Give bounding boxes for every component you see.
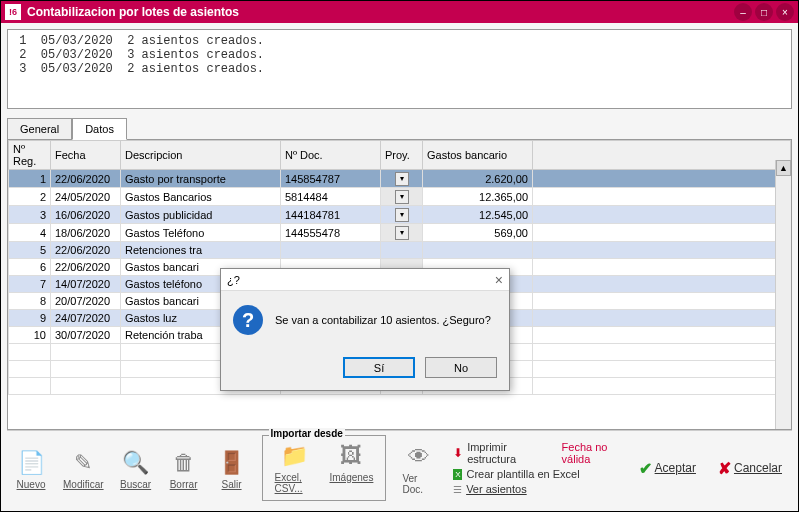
- xls-icon: X: [453, 469, 462, 480]
- col-proy[interactable]: Proy.: [381, 141, 423, 170]
- dialog-no-button[interactable]: No: [425, 357, 497, 378]
- minimize-button[interactable]: –: [734, 3, 752, 21]
- cell-fecha[interactable]: 14/07/2020: [51, 276, 121, 293]
- right-links: ⬇ Imprimir estructura Fecha no válida X …: [453, 441, 626, 495]
- chevron-down-icon[interactable]: ▾: [395, 208, 409, 222]
- cell-proy[interactable]: ▾: [381, 206, 423, 224]
- cell-ndoc[interactable]: 144555478: [281, 224, 381, 242]
- cell-blank: [533, 310, 791, 327]
- cell-nreg[interactable]: 6: [9, 259, 51, 276]
- ver-asientos-label: Ver asientos: [466, 483, 527, 495]
- nuevo-button[interactable]: 📄 Nuevo: [9, 445, 53, 492]
- eye-icon: 👁: [403, 441, 435, 473]
- cell-nreg[interactable]: 7: [9, 276, 51, 293]
- import-group: Importar desde 📁 Excel, CSV... 🖼 Imágene…: [262, 435, 387, 501]
- cell-gastos[interactable]: [423, 242, 533, 259]
- cell-nreg[interactable]: 4: [9, 224, 51, 242]
- import-images-button[interactable]: 🖼 Imágenes: [323, 438, 379, 496]
- aceptar-button[interactable]: ✔ Aceptar: [631, 455, 704, 482]
- cell-gastos[interactable]: 12.545,00: [423, 206, 533, 224]
- imprimir-link[interactable]: ⬇ Imprimir estructura: [453, 441, 541, 465]
- borrar-button[interactable]: 🗑 Borrar: [162, 445, 206, 492]
- tab-datos[interactable]: Datos: [72, 118, 127, 140]
- cell-blank: [533, 170, 791, 188]
- col-nreg[interactable]: Nº Reg.: [9, 141, 51, 170]
- dialog-yes-button[interactable]: Sí: [343, 357, 415, 378]
- cell-descripcion[interactable]: Gastos Teléfono: [121, 224, 281, 242]
- cell-fecha[interactable]: 22/06/2020: [51, 259, 121, 276]
- chevron-down-icon[interactable]: ▾: [395, 172, 409, 186]
- col-ndoc[interactable]: Nº Doc.: [281, 141, 381, 170]
- list-icon: ☰: [453, 484, 462, 495]
- col-descripcion[interactable]: Descripcion: [121, 141, 281, 170]
- cell-fecha[interactable]: 30/07/2020: [51, 327, 121, 344]
- salir-button[interactable]: 🚪 Salir: [210, 445, 254, 492]
- cell-nreg[interactable]: 1: [9, 170, 51, 188]
- images-icon: 🖼: [335, 440, 367, 472]
- cell-fecha[interactable]: 22/06/2020: [51, 242, 121, 259]
- col-gastos[interactable]: Gastos bancario: [423, 141, 533, 170]
- modificar-label: Modificar: [63, 479, 104, 490]
- cell-fecha[interactable]: 16/06/2020: [51, 206, 121, 224]
- ver-doc-button[interactable]: 👁 Ver Doc.: [396, 439, 441, 497]
- cell-descripcion[interactable]: Gastos publicidad: [121, 206, 281, 224]
- tab-general[interactable]: General: [7, 118, 72, 140]
- table-row[interactable]: 418/06/2020Gastos Teléfono144555478▾569,…: [9, 224, 791, 242]
- scroll-up-icon[interactable]: ▲: [776, 160, 791, 176]
- cell-proy[interactable]: ▾: [381, 170, 423, 188]
- cell-ndoc[interactable]: 145854787: [281, 170, 381, 188]
- col-fecha[interactable]: Fecha: [51, 141, 121, 170]
- import-excel-button[interactable]: 📁 Excel, CSV...: [269, 438, 320, 496]
- cell-nreg[interactable]: 2: [9, 188, 51, 206]
- cell-descripcion[interactable]: Retenciones tra: [121, 242, 281, 259]
- exit-icon: 🚪: [216, 447, 248, 479]
- modificar-button[interactable]: ✎ Modificar: [57, 445, 110, 492]
- maximize-button[interactable]: □: [755, 3, 773, 21]
- cell-proy[interactable]: ▾: [381, 188, 423, 206]
- table-row[interactable]: 316/06/2020Gastos publicidad144184781▾12…: [9, 206, 791, 224]
- cell-descripcion[interactable]: Gastos Bancarios: [121, 188, 281, 206]
- cell-proy[interactable]: [381, 242, 423, 259]
- cell-fecha[interactable]: 24/07/2020: [51, 310, 121, 327]
- table-row[interactable]: 522/06/2020Retenciones tra: [9, 242, 791, 259]
- cell-gastos[interactable]: 12.365,00: [423, 188, 533, 206]
- cell-fecha[interactable]: 22/06/2020: [51, 170, 121, 188]
- buscar-button[interactable]: 🔍 Buscar: [114, 445, 158, 492]
- cell-nreg[interactable]: 5: [9, 242, 51, 259]
- chevron-down-icon[interactable]: ▾: [395, 226, 409, 240]
- cell-nreg[interactable]: 8: [9, 293, 51, 310]
- ver-asientos-link[interactable]: ☰ Ver asientos: [453, 483, 626, 495]
- cell-nreg[interactable]: 9: [9, 310, 51, 327]
- dialog-title: ¿?: [227, 274, 495, 286]
- cell-ndoc[interactable]: 5814484: [281, 188, 381, 206]
- cell-descripcion[interactable]: Gasto por transporte: [121, 170, 281, 188]
- cell-gastos[interactable]: 2.620,00: [423, 170, 533, 188]
- table-row[interactable]: 122/06/2020Gasto por transporte145854787…: [9, 170, 791, 188]
- cell-nreg[interactable]: 10: [9, 327, 51, 344]
- cancelar-button[interactable]: ✘ Cancelar: [710, 455, 790, 482]
- chevron-down-icon[interactable]: ▾: [395, 190, 409, 204]
- cell-gastos[interactable]: 569,00: [423, 224, 533, 242]
- cell-ndoc[interactable]: 144184781: [281, 206, 381, 224]
- toolbar: 📄 Nuevo ✎ Modificar 🔍 Buscar 🗑 Borrar 🚪 …: [7, 430, 792, 505]
- cell-fecha[interactable]: 20/07/2020: [51, 293, 121, 310]
- log-line: 2 05/03/2020 3 asientos creados.: [12, 48, 787, 62]
- crear-plantilla-link[interactable]: X Crear plantilla en Excel: [453, 468, 626, 480]
- close-button[interactable]: ×: [776, 3, 794, 21]
- x-icon: ✘: [718, 459, 731, 478]
- log-line: 3 05/03/2020 2 asientos creados.: [12, 62, 787, 76]
- aceptar-label: Aceptar: [655, 461, 696, 475]
- cell-nreg[interactable]: 3: [9, 206, 51, 224]
- edit-icon: ✎: [67, 447, 99, 479]
- buscar-label: Buscar: [120, 479, 151, 490]
- window-title: Contabilizacion por lotes de asientos: [27, 5, 731, 19]
- cell-fecha[interactable]: 24/05/2020: [51, 188, 121, 206]
- cell-proy[interactable]: ▾: [381, 224, 423, 242]
- cell-fecha[interactable]: 18/06/2020: [51, 224, 121, 242]
- titlebar: !6 Contabilizacion por lotes de asientos…: [1, 1, 798, 23]
- dialog-close-button[interactable]: ×: [495, 272, 503, 288]
- table-row[interactable]: 224/05/2020Gastos Bancarios5814484▾12.36…: [9, 188, 791, 206]
- scrollbar-vertical[interactable]: ▲: [775, 160, 791, 429]
- app-icon: !6: [5, 4, 21, 20]
- cell-ndoc[interactable]: [281, 242, 381, 259]
